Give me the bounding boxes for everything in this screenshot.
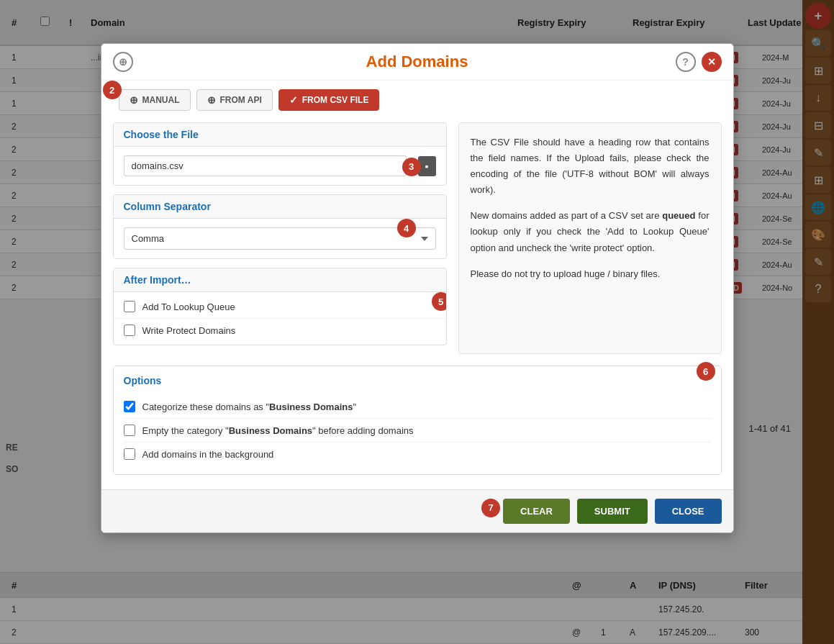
step-badge-7: 7 [481,499,500,517]
tab-api-icon: ⊕ [207,94,216,106]
modal-tabs: 2 ⊕ MANUAL ⊕ FROM API ✓ FROM CSV FILE [101,81,733,111]
options-title: Options [124,375,711,386]
categorize-checkbox[interactable] [124,401,135,412]
write-protect-label: Write Protect Domains [142,325,236,336]
file-input-row: 3 ▪ [124,155,436,176]
file-input[interactable] [124,155,407,176]
choose-file-section: Choose the File 3 ▪ [113,122,447,186]
add-to-lookup-label: Add To Lookup Queue [142,301,235,312]
tab-csv-label: FROM CSV FILE [302,95,369,105]
write-protect-checkbox[interactable] [124,325,135,336]
tab-api-label: FROM API [220,95,262,105]
add-domains-modal: ⊕ Add Domains ? ✕ 2 ⊕ MANUAL ⊕ FROM API … [101,43,734,533]
close-button[interactable]: CLOSE [655,499,722,524]
empty-category-label: Empty the category "Business Domains" be… [142,425,414,436]
clear-button[interactable]: CLEAR [503,499,570,524]
step-badge-6: 6 [697,362,715,381]
tab-from-api[interactable]: ⊕ FROM API [196,89,273,111]
modal-header: ⊕ Add Domains ? ✕ [101,44,733,81]
modal-overlay: ⊕ Add Domains ? ✕ 2 ⊕ MANUAL ⊕ FROM API … [0,0,834,644]
option-empty-row: Empty the category "Business Domains" be… [124,419,711,443]
tab-from-csv[interactable]: ✓ FROM CSV FILE [278,89,380,111]
background-label: Add domains in the background [142,449,274,460]
submit-button[interactable]: SUBMIT [577,499,648,524]
modal-help-btn[interactable]: ? [676,52,696,72]
after-import-header: After Import… [114,268,446,292]
modal-left-column: Choose the File 3 ▪ Column Separator [113,122,458,354]
info-para-1: The CSV File should have a heading row t… [471,135,710,198]
modal-footer: 7 CLEAR SUBMIT CLOSE [101,489,733,532]
add-to-lookup-row: Add To Lookup Queue [114,295,446,319]
column-separator-body: 4 Comma Semicolon Tab Pipe [114,219,446,258]
modal-title: Add Domains [366,53,468,71]
tab-manual[interactable]: ⊕ MANUAL [119,89,191,111]
option-background-row: Add domains in the background [124,443,711,466]
modal-close-icon-btn[interactable]: ✕ [702,52,722,72]
write-protect-row: Write Protect Domains [114,319,446,342]
step-badge-3: 3 [402,158,421,176]
empty-category-checkbox[interactable] [124,425,135,436]
option-categorize-row: Categorize these domains as "Business Do… [124,395,711,419]
tab-manual-label: MANUAL [142,95,180,105]
tab-manual-icon: ⊕ [130,94,138,106]
tab-csv-icon: ✓ [289,94,298,106]
options-section: 6 Options Categorize these domains as "B… [113,366,722,475]
modal-body: Choose the File 3 ▪ Column Separator [101,111,733,366]
choose-file-body: 3 ▪ [114,147,446,185]
step-badge-2: 2 [103,81,122,99]
categorize-label: Categorize these domains as "Business Do… [142,402,357,412]
info-para-2: New domains added as part of a CSV set a… [471,208,710,255]
step-badge-4: 4 [397,219,416,237]
modal-add-icon-btn[interactable]: ⊕ [113,52,133,72]
column-separator-section: Column Separator 4 Comma Semicolon Tab P… [113,194,447,259]
after-import-section: After Import… 5 Add To Lookup Queue Writ… [113,268,447,345]
background-checkbox[interactable] [124,448,135,460]
separator-select[interactable]: Comma Semicolon Tab Pipe [124,227,436,250]
column-separator-header: Column Separator [114,195,446,219]
choose-file-header: Choose the File [114,123,446,147]
modal-info-text: The CSV File should have a heading row t… [458,122,722,354]
add-to-lookup-checkbox[interactable] [124,301,135,312]
info-para-3: Please do not try to upload huge / binar… [471,266,710,282]
